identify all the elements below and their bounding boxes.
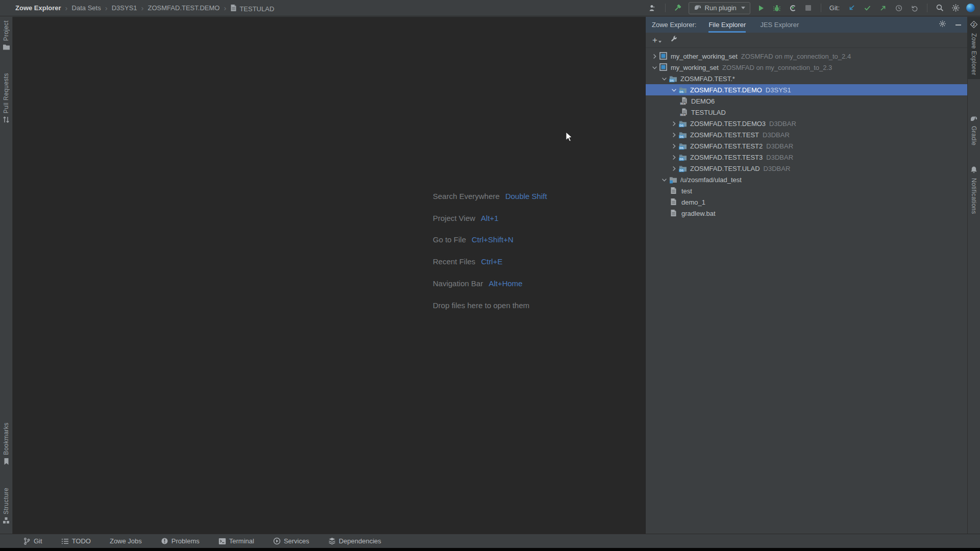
tool-stripe-button-structure[interactable]: Structure	[0, 484, 12, 530]
breadcrumb: Zowe Explorer›Data Sets›D3SYS1›ZOSMFAD.T…	[15, 4, 274, 13]
mouse-cursor	[566, 132, 573, 144]
tree-row[interactable]: my_other_working_setZOSMFAD on my_connec…	[646, 51, 967, 62]
rollback-button[interactable]	[910, 3, 920, 13]
tree-node-label: ZOSMFAD.TEST.DEMO3	[690, 120, 766, 128]
tool-stripe-button-notifications[interactable]: Notifications	[968, 162, 980, 218]
tree-row[interactable]: DSZOSMFAD.TEST.TEST3D3DBAR	[646, 152, 967, 163]
ide-profile-sphere-icon[interactable]	[966, 4, 975, 12]
search-everywhere-icon[interactable]	[935, 3, 945, 13]
tool-window-button-zowe-jobs[interactable]: Zowe Jobs	[110, 537, 142, 545]
tree-row[interactable]: test	[646, 185, 967, 196]
breadcrumb-separator: ›	[65, 4, 68, 12]
gradle-icon	[970, 114, 978, 123]
tab-file-explorer[interactable]: File Explorer	[708, 17, 746, 33]
run-config-select[interactable]: Run plugin	[689, 2, 750, 14]
add-item-button[interactable]: +	[652, 37, 662, 44]
tool-window-button-todo[interactable]: TODO	[61, 537, 91, 545]
user-account-icon[interactable]	[648, 3, 658, 13]
git-update-button[interactable]	[846, 3, 856, 13]
tree-row[interactable]: my_working_setZOSMFAD on my_connection_t…	[646, 62, 967, 73]
shortcut-action-label: Recent Files	[433, 257, 475, 266]
tool-window-button-terminal[interactable]: Terminal	[218, 537, 254, 545]
breadcrumb-separator: ›	[105, 4, 108, 12]
tree-node-label: gradlew.bat	[681, 210, 716, 217]
breadcrumb-separator: ›	[224, 4, 226, 12]
build-hammer-icon[interactable]	[673, 3, 683, 13]
top-toolbar: Zowe Explorer›Data Sets›D3SYS1›ZOSMFAD.T…	[0, 0, 980, 16]
tool-window-button-label: Terminal	[229, 537, 254, 545]
breadcrumb-item[interactable]: ZOSMFAD.TEST.DEMO	[148, 4, 220, 12]
tree-row[interactable]: DSZOSMFAD.TEST.DEMO3D3DBAR	[646, 118, 967, 129]
tree-row[interactable]: DSZOSMFAD.TEST.TESTD3DBAR	[646, 129, 967, 140]
chevron-right-icon[interactable]	[670, 142, 679, 150]
tree-node-label: ZOSMFAD.TEST.ULAD	[690, 165, 760, 172]
breadcrumb-item[interactable]: Data Sets	[72, 4, 101, 12]
member-file-icon: MEM	[680, 108, 688, 116]
tree-row[interactable]: DSZOSMFAD.TEST.TEST2D3DBAR	[646, 140, 967, 152]
settings-gear-icon[interactable]	[950, 3, 961, 13]
svg-text:MEM: MEM	[680, 114, 686, 116]
tree-node-label: ZOSMFAD.TEST.*	[680, 75, 735, 83]
git-section-label: Git:	[829, 4, 840, 12]
file-icon	[230, 4, 237, 12]
tool-window-button-git[interactable]: Git	[23, 537, 42, 545]
uss-file-icon	[670, 187, 678, 195]
breadcrumb-separator: ›	[141, 4, 144, 12]
hide-panel-icon[interactable]	[955, 24, 961, 26]
chevron-down-icon[interactable]	[660, 176, 669, 184]
dataset-tree: my_other_working_setZOSMFAD on my_connec…	[646, 48, 967, 219]
tree-node-label: TESTULAD	[691, 109, 726, 116]
shortcut-hint-row: Project ViewAlt+1	[433, 207, 547, 229]
tree-node-label: ZOSMFAD.TEST.TEST2	[690, 142, 763, 150]
tab-jes-explorer[interactable]: JES Explorer	[760, 17, 799, 33]
git-push-button[interactable]	[878, 3, 888, 13]
tree-row[interactable]: DSZOSMFAD.TEST.DEMOD3SYS1	[646, 84, 967, 95]
tool-stripe-button-gradle[interactable]: Gradle	[968, 111, 980, 149]
tree-row[interactable]: DSZOSMFAD.TEST.*	[646, 73, 967, 84]
chevron-right-icon[interactable]	[670, 154, 679, 161]
tool-stripe-button-bookmarks[interactable]: Bookmarks	[0, 419, 12, 471]
tree-node-label: my_working_set	[671, 64, 719, 71]
tree-row[interactable]: DSZOSMFAD.TEST.ULADD3DBAR	[646, 163, 967, 174]
breadcrumb-item[interactable]: TESTULAD	[230, 4, 274, 13]
history-button[interactable]	[894, 3, 904, 13]
tree-row[interactable]: MEMDEMO6	[646, 95, 967, 107]
tree-row[interactable]: gradlew.bat	[646, 208, 967, 219]
tool-window-button-problems[interactable]: Problems	[161, 537, 200, 545]
run-button[interactable]	[756, 3, 766, 13]
chevron-right-icon[interactable]	[670, 120, 679, 128]
dataset-folder-icon: DS	[679, 131, 687, 139]
bookmark-icon	[3, 458, 10, 467]
chevron-down-icon[interactable]	[660, 75, 669, 83]
panel-settings-gear-icon[interactable]	[939, 20, 946, 30]
breadcrumb-item[interactable]: Zowe Explorer	[15, 4, 61, 12]
tree-node-suffix: D3DBAR	[766, 142, 793, 150]
tool-window-button-label: Dependencies	[339, 537, 381, 545]
tool-stripe-button-pull-requests[interactable]: Pull Requests	[0, 69, 12, 129]
tree-row[interactable]: MEMTESTULAD	[646, 107, 967, 118]
uss-file-icon	[670, 198, 678, 206]
git-commit-button[interactable]	[862, 3, 872, 13]
stop-button[interactable]	[803, 3, 814, 13]
toolbar-separator	[821, 4, 821, 12]
tool-window-button-services[interactable]: Services	[273, 537, 309, 545]
tool-stripe-label: Notifications	[970, 178, 977, 214]
tree-row[interactable]: demo_1	[646, 196, 967, 208]
dependencies-icon	[328, 537, 336, 545]
settings-wrench-icon[interactable]	[670, 35, 678, 45]
debug-button[interactable]	[772, 3, 782, 13]
tool-stripe-button-project[interactable]: Project	[0, 17, 12, 56]
tool-stripe-button-zowe-explorer[interactable]: ZZowe Explorer	[968, 17, 980, 79]
chevron-right-icon[interactable]	[651, 53, 659, 60]
tool-window-button-dependencies[interactable]: Dependencies	[328, 537, 381, 545]
chevron-right-icon[interactable]	[670, 131, 679, 139]
chevron-down-icon[interactable]	[670, 86, 679, 94]
chevron-right-icon[interactable]	[670, 165, 679, 172]
shortcut-keys: Ctrl+Shift+N	[472, 235, 513, 244]
tree-row[interactable]: /u/zosmfad/ulad_test	[646, 174, 967, 185]
shortcut-hint-row: Search EverywhereDouble Shift	[433, 185, 547, 207]
chevron-down-icon[interactable]	[651, 64, 659, 71]
uss-file-icon	[670, 209, 678, 217]
breadcrumb-item[interactable]: D3SYS1	[112, 4, 137, 12]
run-with-coverage-button[interactable]	[788, 3, 798, 13]
